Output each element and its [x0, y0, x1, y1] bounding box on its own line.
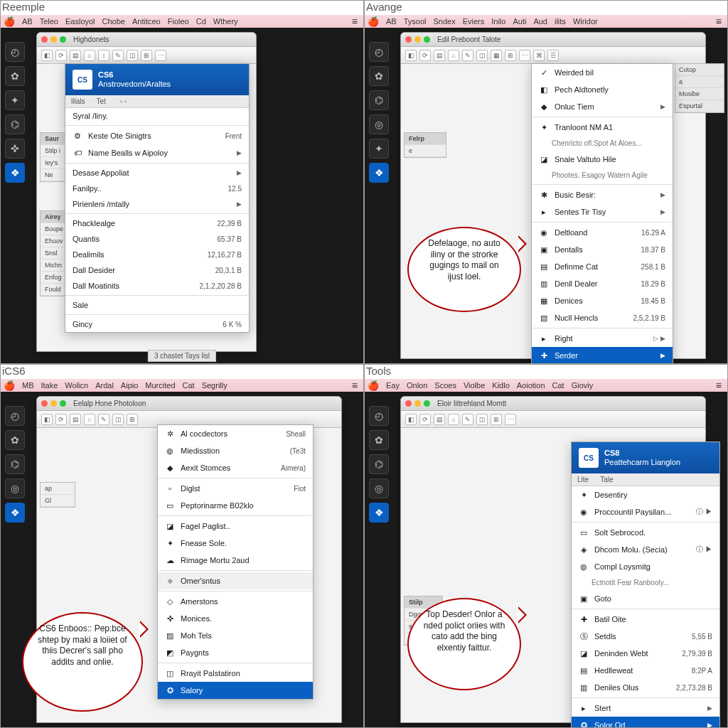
menu-item[interactable]: Kidlo [492, 381, 509, 390]
list-item[interactable]: Gl [41, 495, 75, 507]
tool-icon[interactable]: ❖ [5, 503, 25, 523]
menu-item[interactable]: ◪Fagel Paglist.. [158, 518, 313, 535]
menu-item[interactable]: ilits [555, 17, 566, 26]
menu-item[interactable]: AB [22, 17, 33, 26]
menu-item[interactable]: ✦Fnease Sole. [158, 535, 313, 552]
tool-icon[interactable]: ◴ [369, 406, 389, 426]
tb-icon[interactable]: ✎ [98, 414, 109, 425]
tool-icon[interactable]: ◎ [369, 478, 389, 498]
panel-titlebar[interactable]: Eelalp Hone Photoloon [37, 397, 341, 411]
tool-icon[interactable]: ❖ [369, 163, 389, 183]
tb-icon[interactable]: ◫ [476, 414, 488, 425]
tool-icon[interactable]: ◴ [369, 42, 389, 62]
tb-icon[interactable]: ◫ [127, 50, 138, 61]
menu-item[interactable]: ▣Dentalls18.37 B [532, 241, 673, 258]
tb-icon[interactable]: ↕ [98, 50, 109, 61]
hamburger-icon[interactable]: ≡ [716, 380, 722, 391]
tool-icon[interactable]: ⌬ [369, 90, 389, 110]
menu-item[interactable]: Wiridor [573, 17, 598, 26]
hamburger-icon[interactable]: ≡ [352, 380, 358, 391]
tb-icon[interactable]: ◧ [405, 50, 417, 61]
menu-item[interactable]: Desase Appoliat▶ [65, 165, 249, 181]
menu-item[interactable]: Segrilly [202, 381, 228, 390]
menu-item[interactable]: ◩Paygnts [158, 644, 313, 661]
menu-item[interactable]: Auti [513, 17, 526, 26]
menu-item[interactable]: Ardal [95, 381, 114, 390]
tb-icon[interactable]: ◫ [476, 50, 488, 61]
tb-icon[interactable]: ⋯ [505, 414, 516, 425]
menu-item[interactable]: Chobe [102, 17, 125, 26]
menu-item[interactable]: ▫DiglstFiot [158, 480, 313, 497]
menu-item[interactable]: ▥Deniles Olus2,2,73.28 B [572, 679, 719, 696]
menu-item[interactable]: ⚙Keste Ote SinigtrsFrent [65, 127, 249, 144]
tb-icon[interactable]: ✎ [462, 414, 473, 425]
tb-icon[interactable]: ⌂ [84, 50, 95, 61]
menu-item[interactable]: ◆Onluc Tiem▶ [532, 98, 673, 115]
menu-item[interactable]: 🏷Name Bealls w Aipoloy▶ [65, 144, 249, 161]
menu-item[interactable]: ▤Hedlleweat8:2P A [572, 662, 719, 679]
menu-item[interactable]: ◍Miedisstion(Te3t [158, 442, 313, 459]
menu-item[interactable]: ◇Amerstons [158, 593, 313, 610]
menu-item[interactable]: ▭Peptorinarme B02klo [158, 497, 313, 514]
dd-tab[interactable]: Tale [594, 473, 619, 486]
menu-item[interactable]: Sndex [433, 17, 455, 26]
menu-item[interactable]: Wthery [213, 17, 238, 26]
tool-icon[interactable]: ✦ [5, 90, 25, 110]
apple-icon[interactable]: 🍎 [368, 380, 379, 391]
menu-item[interactable]: ✱Busic Besir:▶ [532, 186, 673, 203]
apple-icon[interactable]: 🍎 [4, 16, 15, 27]
tb-icon[interactable]: ⊞ [127, 414, 138, 425]
apple-icon[interactable]: 🍎 [368, 16, 379, 27]
dd-tab[interactable]: lilals [65, 95, 90, 107]
menu-item[interactable]: Pirienleni /mtally▶ [65, 196, 249, 212]
menu-item[interactable]: ✦Tranloont NM A1 [532, 119, 673, 136]
menu-item[interactable]: Gincy6 K % [65, 316, 249, 332]
menu-item[interactable]: Dall Desider20,3.1 B [65, 262, 249, 278]
menu-item[interactable]: Tysool [404, 17, 427, 26]
menu-item[interactable]: Aipio [121, 381, 138, 390]
menu-item[interactable]: ▣Goto [572, 590, 719, 607]
tb-icon[interactable]: ⟳ [55, 50, 67, 61]
menu-item[interactable]: Dall Moatinits2,1,2,20.28 B [65, 278, 249, 294]
menu-item[interactable]: ▥Denll Dealer18.29 B [532, 275, 673, 292]
tool-icon[interactable]: ⌬ [5, 114, 25, 134]
menu-item[interactable]: Aud [533, 17, 547, 26]
tb-icon[interactable]: ⟳ [419, 50, 431, 61]
menu-item[interactable]: Scoes [434, 381, 456, 390]
menu-item[interactable]: MB [22, 381, 34, 390]
rp-item[interactable]: Cotop [675, 64, 724, 76]
menu-item-selected[interactable]: ✪Salory [158, 682, 313, 699]
menu-item[interactable]: ◉Proccountil Paysilan...ⓘ ▶ [572, 503, 719, 520]
menu-item[interactable]: ⎆Omer'sntus [158, 572, 313, 589]
hamburger-icon[interactable]: ≡ [352, 16, 358, 27]
menu-item[interactable]: Cat [183, 381, 195, 390]
tool-icon[interactable]: ⌬ [5, 454, 25, 474]
menu-item[interactable]: Easloyol [65, 17, 95, 26]
dd-tab[interactable]: Lite [572, 473, 594, 486]
hamburger-icon[interactable]: ≡ [716, 16, 722, 27]
menu-item[interactable]: Fanilpy..12.5 [65, 181, 249, 196]
menu-item[interactable]: ◧Pech Aldtonetly [532, 81, 673, 98]
menu-item[interactable]: ✚Batil Oite [572, 611, 719, 628]
menu-item[interactable]: Wolicn [65, 381, 88, 390]
menu-item[interactable]: AB [386, 17, 397, 26]
tool-icon[interactable]: ◴ [5, 42, 25, 62]
menu-item[interactable]: Aoiotion [517, 381, 545, 390]
tb-icon[interactable]: ⊞ [505, 50, 516, 61]
menu-item[interactable]: ▸Right▷ ▶ [532, 330, 673, 347]
tb-icon[interactable]: ⋯ [155, 50, 166, 61]
list-item[interactable]: e [405, 145, 446, 157]
menu-item[interactable]: Itake [41, 381, 58, 390]
menu-item[interactable]: Sale [65, 297, 249, 313]
tool-icon[interactable]: ⌬ [369, 454, 389, 474]
menu-item[interactable]: Gioviy [572, 381, 594, 390]
menu-item[interactable]: Dealimils12,16,27 B [65, 247, 249, 262]
tool-icon[interactable]: ✿ [5, 66, 25, 86]
tb-icon[interactable]: ⌂ [448, 414, 459, 425]
menu-item[interactable]: Teleo [40, 17, 58, 26]
rp-item[interactable]: Mosibe [675, 88, 724, 100]
panel-titlebar[interactable]: Highdonets [37, 33, 256, 47]
tb-icon[interactable]: ⊞ [491, 414, 502, 425]
tool-icon[interactable]: ◴ [5, 406, 25, 426]
tb-icon[interactable]: ▤ [70, 50, 81, 61]
